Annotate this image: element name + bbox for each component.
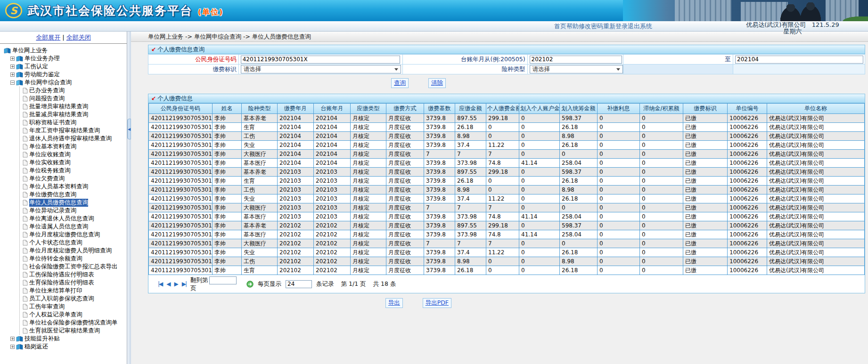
tree-group[interactable]: + 技能提升补贴 xyxy=(10,335,127,343)
sidebar-item[interactable]: 单位应收账查询 xyxy=(20,151,127,159)
next-page-icon[interactable]: ▶ xyxy=(174,281,178,287)
goto-page-input[interactable] xyxy=(209,276,237,284)
table-row[interactable]: 42011219930705301X李帅 基本医疗202104 202104月核… xyxy=(149,159,865,168)
expand-all-link[interactable]: 全部展开 xyxy=(36,34,60,41)
table-row[interactable]: 42011219930705301X李帅 大额医疗202104 202104月核… xyxy=(149,150,865,159)
sidebar-item[interactable]: 单位人员基本资料查询 xyxy=(20,183,127,191)
sidebar-item[interactable]: 生育保险待遇应付明细表 xyxy=(20,279,127,287)
go-page-icon[interactable] xyxy=(246,281,254,288)
expand-icon[interactable]: + xyxy=(10,73,15,77)
table-row[interactable]: 42011219930705301X李帅 工伤202102 202102月核定 … xyxy=(149,257,865,266)
chevron-down-icon xyxy=(394,68,398,73)
id-input[interactable] xyxy=(241,56,400,64)
collapse-sidebar-handle[interactable]: ◀ xyxy=(127,119,131,139)
sidebar-item[interactable]: 年度工资申报审核结果查询 xyxy=(20,127,127,135)
column-header: 险种类型 xyxy=(242,104,278,114)
table-row[interactable]: 42011219930705301X李帅 基本养老202102 202102月核… xyxy=(149,221,865,230)
sidebar-item[interactable]: 单位税务账查询 xyxy=(20,167,127,175)
ins-type-label: 险种类型 xyxy=(402,65,527,74)
clear-button[interactable]: 清除 xyxy=(428,78,446,88)
sidebar-item[interactable]: 单位社会保险参保缴费情况查询单 xyxy=(20,319,127,327)
expand-icon[interactable]: + xyxy=(10,65,15,69)
sidebar-item[interactable]: 已办业务查询 xyxy=(20,87,127,95)
sidebar-item[interactable]: 单位月度核定缴费人员明细查询 xyxy=(20,247,127,255)
table-row[interactable]: 42011219930705301X李帅 失业202103 202103月核定 … xyxy=(149,194,865,203)
first-page-icon[interactable]: |◀ xyxy=(158,281,162,287)
folder-icon xyxy=(16,344,23,350)
export-button[interactable]: 导出 xyxy=(385,298,403,308)
tree-group[interactable]: + 单位业务办理 xyxy=(10,55,127,63)
sidebar-item[interactable]: 批量增员审核结果查询 xyxy=(20,103,127,111)
table-row[interactable]: 42011219930705301X李帅 大额医疗202102 202102月核… xyxy=(149,239,865,248)
top-nav-link[interactable]: 帮助 xyxy=(566,23,579,30)
document-icon xyxy=(23,88,28,94)
sidebar-item[interactable]: 单位人员缴费信息查询 xyxy=(20,199,127,207)
table-header-row: 公民身份证号码姓名险种类型缴费年月台账年月应缴类型缴费方式缴费基数应缴金额个人缴… xyxy=(149,104,865,114)
table-row[interactable]: 42011219930705301X李帅 工伤202103 202103月核定 … xyxy=(149,186,865,194)
sidebar-item[interactable]: 单位基本资料查询 xyxy=(20,143,127,151)
export-pdf-button[interactable]: 导出PDF xyxy=(423,298,451,308)
sidebar-item[interactable]: 单位遗属人员信息查询 xyxy=(20,223,127,231)
prev-page-icon[interactable]: ◀ xyxy=(166,281,170,287)
table-row[interactable]: 42011219930705301X李帅 基本医疗202103 202103月核… xyxy=(149,212,865,221)
sidebar-item[interactable]: 批量减员审核结果查询 xyxy=(20,111,127,119)
ins-type-select[interactable]: 请选择 xyxy=(530,65,623,73)
last-page-icon[interactable]: ▶| xyxy=(182,281,186,287)
tree-group[interactable]: + 工伤认定 xyxy=(10,63,127,71)
pagination-bar: |◀ ◀ ▶ ▶| 翻到第页 每页显示 条记录 第 1/1 页 共 1 xyxy=(148,275,865,293)
table-row[interactable]: 42011219930705301X李帅 生育202102 202102月核定 … xyxy=(149,266,865,275)
sidebar-item[interactable]: 职称资格证书查询 xyxy=(20,119,127,127)
collapse-all-link[interactable]: 全部关闭 xyxy=(66,34,91,41)
tree-root[interactable]: 单位网上业务 xyxy=(4,47,127,55)
top-nav-link[interactable]: 首页 xyxy=(554,23,566,30)
tree-group[interactable]: + 劳动能力鉴定 xyxy=(10,71,127,79)
sidebar-item[interactable]: 个人卡状态信息查询 xyxy=(20,239,127,247)
sidebar-item[interactable]: 单位待转金余额查询 xyxy=(20,255,127,263)
sidebar-item[interactable]: 社会保险缴费工资申报汇总表导出 xyxy=(20,263,127,271)
sidebar-item[interactable]: 单位往来结算单打印 xyxy=(20,287,127,295)
table-row[interactable]: 42011219930705301X李帅 生育202103 202103月核定 … xyxy=(149,177,865,186)
table-row[interactable]: 42011219930705301X李帅 大额医疗202103 202103月核… xyxy=(149,203,865,212)
expand-icon[interactable]: + xyxy=(10,337,15,341)
sidebar-item[interactable]: 单位实收账查询 xyxy=(20,159,127,167)
query-panel-header: ↙ 个人缴费信息查询 xyxy=(148,45,865,54)
document-icon xyxy=(23,216,28,222)
sidebar-item[interactable]: 单位月度核定缴费信息查询 xyxy=(20,231,127,239)
sidebar-item[interactable]: 生育就医登记审核结果查询 xyxy=(20,327,127,335)
table-row[interactable]: 42011219930705301X李帅 基本医疗202102 202102月核… xyxy=(149,230,865,239)
sidebar-item[interactable]: 问题报告查询 xyxy=(20,95,127,103)
table-row[interactable]: 42011219930705301X李帅 失业202102 202102月核定 … xyxy=(149,248,865,257)
table-row[interactable]: 42011219930705301X李帅 工伤202104 202104月核定 … xyxy=(149,132,865,141)
sidebar-item[interactable]: 员工入职前参保状态查询 xyxy=(20,295,127,303)
pay-flag-select[interactable]: 请选择 xyxy=(241,65,401,73)
period-from-input[interactable] xyxy=(530,56,622,64)
sidebar-item[interactable]: 个人权益记录单查询 xyxy=(20,311,127,319)
sidebar-item[interactable]: 单位异动记录查询 xyxy=(20,207,127,215)
expand-icon[interactable]: + xyxy=(10,345,15,349)
sidebar-item[interactable]: 退休人员待遇申报审核结果查询 xyxy=(20,135,127,143)
table-row[interactable]: 42011219930705301X李帅 基本养老202103 202103月核… xyxy=(149,168,865,177)
top-nav-link[interactable]: 修改密码 xyxy=(579,23,603,30)
query-button[interactable]: 查询 xyxy=(391,78,409,88)
document-icon xyxy=(23,232,28,238)
panel-splitter[interactable]: ◀ xyxy=(127,32,131,364)
expand-icon[interactable]: + xyxy=(10,57,15,61)
tree-group[interactable]: + 稳岗返还 xyxy=(10,343,127,351)
title-suffix: (单位) xyxy=(198,8,224,16)
table-row[interactable]: 42011219930705301X李帅 基本养老202104 202104月核… xyxy=(149,114,865,123)
period-to-input[interactable] xyxy=(735,56,863,64)
collapse-icon[interactable]: − xyxy=(10,81,15,85)
table-row[interactable]: 42011219930705301X李帅 生育202104 202104月核定 … xyxy=(149,123,865,132)
top-nav-link[interactable]: 重新登录 xyxy=(603,23,628,30)
table-row[interactable]: 42011219930705301X李帅 失业202104 202104月核定 … xyxy=(149,141,865,150)
sidebar-item[interactable]: 单位缴费信息查询 xyxy=(20,191,127,199)
sidebar-item[interactable]: 单位离退休人员信息查询 xyxy=(20,215,127,223)
si-logo-icon: S xyxy=(5,2,23,19)
per-page-input[interactable] xyxy=(286,280,312,288)
sidebar-item[interactable]: 工伤年审查询 xyxy=(20,303,127,311)
tree-group-open[interactable]: − 单位网申综合查询 xyxy=(10,79,127,87)
document-icon xyxy=(23,176,28,182)
sidebar-item[interactable]: 工伤保险待遇应付明细表 xyxy=(20,271,127,279)
top-nav-link[interactable]: 退出系统 xyxy=(628,23,652,30)
sidebar-item[interactable]: 单位欠费查询 xyxy=(20,175,127,183)
